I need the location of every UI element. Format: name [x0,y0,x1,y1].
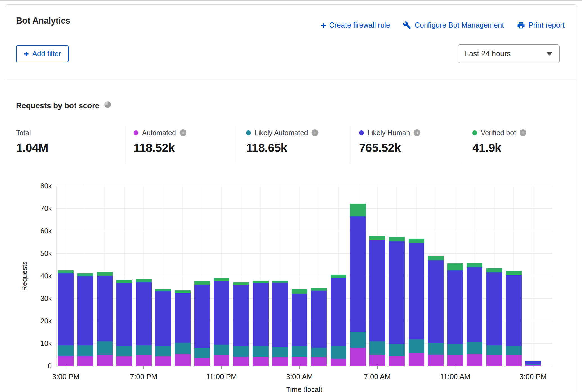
bar-segment[interactable] [253,281,269,283]
bar-segment[interactable] [272,347,288,357]
bar-segment[interactable] [292,357,307,366]
bar-segment[interactable] [194,285,210,348]
info-icon[interactable]: i [180,129,186,136]
bar-segment[interactable] [136,279,152,282]
bar-segment[interactable] [447,355,463,366]
bar-segment[interactable] [350,204,366,217]
bar-segment[interactable] [409,339,424,353]
bar-segment[interactable] [116,356,132,366]
bar-segment[interactable] [97,272,113,276]
info-icon[interactable]: i [312,129,318,136]
bar-segment[interactable] [97,341,113,355]
bar-segment[interactable] [292,346,307,357]
bar-segment[interactable] [214,345,229,355]
bar-segment[interactable] [525,364,541,365]
bar-segment[interactable] [486,355,502,366]
bar-segment[interactable] [506,355,522,366]
bar-segment[interactable] [389,237,405,241]
bar-segment[interactable] [311,288,327,291]
bar-segment[interactable] [233,285,249,346]
bar-segment[interactable] [58,270,74,273]
bar-segment[interactable] [214,278,229,281]
bar-segment[interactable] [136,345,152,356]
bar-segment[interactable] [58,356,74,366]
print-report-link[interactable]: Print report [517,21,565,30]
bar-segment[interactable] [253,283,269,347]
bar-segment[interactable] [447,263,463,270]
bar-segment[interactable] [467,354,482,366]
bar-segment[interactable] [97,355,113,366]
bar-segment[interactable] [467,267,482,342]
bar-segment[interactable] [194,358,210,366]
bar-segment[interactable] [292,294,307,346]
bar-segment[interactable] [428,256,444,260]
bar-segment[interactable] [175,354,191,366]
bar-segment[interactable] [136,355,152,366]
bar-segment[interactable] [467,342,482,355]
bar-segment[interactable] [369,341,385,355]
bar-segment[interactable] [525,361,541,361]
bar-segment[interactable] [467,263,482,267]
bar-segment[interactable] [486,268,502,272]
info-icon[interactable]: i [414,129,420,136]
bar-segment[interactable] [350,348,366,366]
bar-segment[interactable] [97,276,113,341]
bar-segment[interactable] [116,280,132,283]
bar-segment[interactable] [155,356,171,366]
bar-segment[interactable] [369,236,385,240]
bar-segment[interactable] [409,243,424,339]
bar-segment[interactable] [77,276,93,346]
bar-segment[interactable] [506,346,522,355]
bar-segment[interactable] [389,241,405,344]
bar-segment[interactable] [155,346,171,356]
info-icon[interactable]: i [520,129,526,136]
bar-segment[interactable] [428,355,444,366]
bar-segment[interactable] [58,345,74,356]
bar-segment[interactable] [233,357,249,366]
bar-segment[interactable] [525,365,541,366]
bar-segment[interactable] [175,293,191,343]
bar-segment[interactable] [292,289,307,293]
bar-segment[interactable] [233,282,249,285]
bar-segment[interactable] [253,346,269,357]
bar-segment[interactable] [175,343,191,354]
bar-segment[interactable] [155,291,171,346]
bar-segment[interactable] [272,281,288,283]
bar-segment[interactable] [428,260,444,343]
create-firewall-rule-link[interactable]: + Create firewall rule [321,21,390,30]
bar-segment[interactable] [253,357,269,366]
configure-bot-management-link[interactable]: Configure Bot Management [403,21,504,30]
bar-segment[interactable] [311,291,327,348]
bar-segment[interactable] [77,356,93,366]
bar-segment[interactable] [369,240,385,341]
bar-segment[interactable] [525,361,541,364]
bar-segment[interactable] [214,355,229,366]
bar-segment[interactable] [331,346,346,359]
bar-segment[interactable] [175,290,191,293]
bar-segment[interactable] [194,281,210,285]
bar-segment[interactable] [136,282,152,345]
bar-segment[interactable] [447,270,463,344]
bar-segment[interactable] [486,272,502,345]
bar-segment[interactable] [58,273,74,346]
bar-segment[interactable] [214,281,229,345]
add-filter-button[interactable]: + Add filter [16,45,69,62]
bar-segment[interactable] [194,348,210,358]
bar-segment[interactable] [116,346,132,356]
bar-segment[interactable] [233,346,249,357]
bar-segment[interactable] [428,343,444,355]
bar-segment[interactable] [272,283,288,347]
bar-segment[interactable] [486,345,502,355]
time-range-select[interactable]: Last 24 hours [458,44,560,63]
bar-segment[interactable] [369,355,385,366]
bar-segment[interactable] [311,348,327,357]
bar-segment[interactable] [389,344,405,356]
bar-segment[interactable] [311,357,327,366]
bar-segment[interactable] [506,275,522,346]
bar-segment[interactable] [77,273,93,276]
bar-segment[interactable] [506,271,522,275]
bar-segment[interactable] [447,344,463,355]
bar-segment[interactable] [350,216,366,332]
bar-segment[interactable] [116,283,132,346]
bar-segment[interactable] [350,332,366,348]
